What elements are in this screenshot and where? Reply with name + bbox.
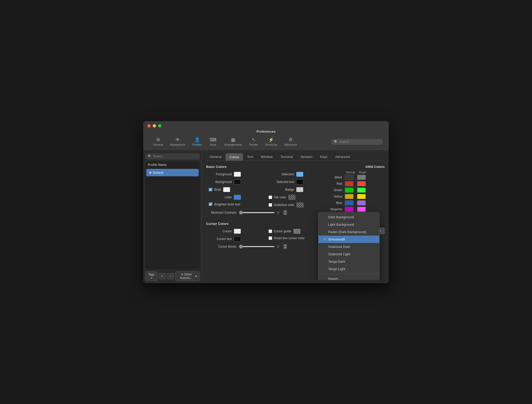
badge-swatch[interactable]	[296, 187, 303, 192]
minimize-button[interactable]	[153, 124, 156, 128]
tab-color-swatch[interactable]	[288, 195, 295, 200]
toolbar-items: ⚙ General 👁 Appearance 👤 Profiles ⌨ Keys…	[149, 136, 330, 148]
toolbar-item-keys[interactable]: ⌨ Keys	[205, 136, 221, 148]
profile-list-header: Profile Name	[145, 161, 200, 168]
tab-colors[interactable]: Colors	[226, 153, 243, 161]
tab-keys[interactable]: Keys	[316, 153, 331, 161]
toolbar-item-advanced[interactable]: ⚙ Advanced	[281, 136, 301, 148]
other-actions-label: ⊙ Other Actions...	[178, 273, 194, 280]
underline-color-checkbox[interactable]	[269, 203, 272, 207]
preset-light-bg[interactable]: ✓ Light Background	[318, 221, 379, 228]
preset-dark-bg[interactable]: ✓ Dark Background	[318, 213, 379, 221]
ansi-swatch-normal-black[interactable]	[345, 175, 353, 180]
ansi-swatch-bright-black[interactable]	[357, 175, 366, 180]
preset-smooth[interactable]: ✓ Smoooooth	[318, 236, 379, 243]
toolbar-item-arrangements[interactable]: ▦ Arrangements	[221, 136, 246, 148]
ansi-row-yellow: Yellow	[328, 194, 385, 199]
background-label: Background	[206, 180, 232, 184]
colors-panel: Basic Colors Foreground Background	[206, 165, 385, 280]
minimum-contrast-slider[interactable]	[239, 212, 275, 213]
tab-session[interactable]: Session	[297, 153, 316, 161]
lightning-icon: ⚡	[268, 137, 274, 142]
bold-swatch[interactable]	[223, 187, 230, 192]
bold-checkbox[interactable]	[209, 188, 212, 191]
cursor-colors-title: Cursor Colors	[206, 222, 323, 226]
tab-color-checkbox[interactable]	[269, 195, 272, 199]
badge-row: Badge	[269, 187, 323, 192]
ansi-swatch-normal-yellow[interactable]	[345, 194, 353, 199]
contrast-up-button[interactable]: ▲	[283, 210, 287, 213]
preset-tango-light[interactable]: ✓ Tango Light	[318, 265, 379, 273]
close-button[interactable]	[147, 124, 151, 128]
toolbar-item-appearance[interactable]: 👁 Appearance	[167, 136, 189, 148]
ansi-swatch-normal-magenta[interactable]	[345, 207, 353, 212]
cursor-guide-checkbox[interactable]	[269, 229, 272, 233]
tab-advanced[interactable]: Advanced	[331, 153, 353, 161]
tags-button[interactable]: Tags >	[145, 271, 157, 281]
person-icon: 👤	[194, 137, 200, 142]
selection-swatch[interactable]	[296, 172, 303, 177]
toolbar-label-profiles: Profiles	[192, 143, 202, 146]
minimum-contrast-stepper: ▲ ▼	[283, 210, 287, 215]
presets-list-section: ✓ Dark Background ✓ Light Background ✓ P…	[318, 212, 379, 274]
cursor-text-label: Cursor text	[206, 237, 232, 241]
toolbar-search[interactable]: 🔍	[331, 139, 383, 145]
preset-tango-dark[interactable]: ✓ Tango Dark	[318, 258, 379, 265]
brighten-bold-checkbox[interactable]	[209, 202, 212, 206]
selection-row: Selection	[269, 172, 323, 177]
cursor-swatch[interactable]	[234, 229, 241, 234]
selected-text-swatch[interactable]	[296, 179, 303, 184]
sidebar-search-box[interactable]: 🔍	[145, 153, 200, 159]
ansi-swatch-bright-magenta[interactable]	[357, 207, 366, 212]
toolbar-item-shortcuts[interactable]: ⚡ Shortcuts	[262, 136, 281, 148]
ansi-swatch-bright-red[interactable]	[357, 181, 366, 186]
foreground-swatch[interactable]	[234, 172, 241, 177]
background-swatch[interactable]	[234, 179, 241, 184]
sidebar-search-input[interactable]	[153, 155, 197, 158]
minimum-contrast-value: 0	[277, 211, 282, 214]
toolbar-item-profiles[interactable]: 👤 Profiles	[189, 136, 205, 148]
ansi-swatch-bright-yellow[interactable]	[357, 194, 366, 199]
cursor-boost-slider[interactable]	[239, 246, 275, 247]
maximize-button[interactable]	[158, 124, 161, 128]
preset-solarized-dark[interactable]: ✓ Solarized Dark	[318, 243, 379, 250]
tab-general[interactable]: General	[206, 153, 225, 161]
cursor-text-swatch[interactable]	[234, 236, 241, 241]
toolbar-search-input[interactable]	[339, 140, 380, 144]
profile-item-default[interactable]: ★ Default	[146, 169, 199, 176]
underline-color-swatch[interactable]	[296, 202, 304, 207]
selected-text-label: Selected text	[269, 180, 294, 184]
ansi-name-black: Black	[328, 176, 344, 179]
preset-import[interactable]: ✓ Import...	[318, 275, 379, 280]
toolbar-item-pointer[interactable]: ↖ Pointer	[246, 136, 262, 148]
boost-down-button[interactable]: ▼	[283, 247, 287, 249]
toolbar-item-general[interactable]: ⚙ General	[149, 136, 167, 148]
sidebar-footer: Tags > + − ⊙ Other Actions... ▾	[145, 271, 200, 281]
tab-text[interactable]: Text	[243, 153, 257, 161]
ansi-swatch-normal-red[interactable]	[345, 181, 353, 186]
smart-box-checkbox[interactable]	[269, 236, 272, 240]
contrast-down-button[interactable]: ▼	[283, 213, 287, 215]
ansi-name-red: Red	[328, 182, 344, 186]
preset-solarized-light[interactable]: ✓ Solarized Light	[318, 250, 379, 258]
cursor-guide-swatch[interactable]	[293, 229, 301, 234]
keyboard-icon: ⌨	[210, 137, 216, 142]
toolbar-label-keys: Keys	[210, 143, 216, 146]
ansi-swatch-normal-blue[interactable]	[345, 200, 353, 205]
preset-pastel-dark[interactable]: ✓ Pastel (Dark Background)	[318, 228, 379, 236]
ansi-swatch-normal-green[interactable]	[345, 188, 353, 193]
ansi-swatch-bright-blue[interactable]	[357, 200, 366, 205]
ansi-swatch-bright-green[interactable]	[357, 188, 366, 193]
add-profile-button[interactable]: +	[158, 273, 166, 279]
other-actions-button[interactable]: ⊙ Other Actions... ▾	[175, 271, 200, 281]
minimum-contrast-label: Minimum Contrast:	[206, 211, 237, 214]
tab-window[interactable]: Window	[257, 153, 276, 161]
cursor-boost-row: Cursor Boost: 0 ▲ ▼	[206, 244, 323, 249]
remove-profile-button[interactable]: −	[167, 273, 174, 279]
brighten-bold-row: Brighten bold text	[209, 202, 261, 206]
ansi-row-magenta: Magenta	[328, 207, 385, 212]
cursor-guide-row: Cursor guide	[269, 229, 323, 234]
boost-up-button[interactable]: ▲	[283, 244, 287, 247]
tab-terminal[interactable]: Terminal	[277, 153, 296, 161]
links-swatch[interactable]	[234, 195, 241, 200]
